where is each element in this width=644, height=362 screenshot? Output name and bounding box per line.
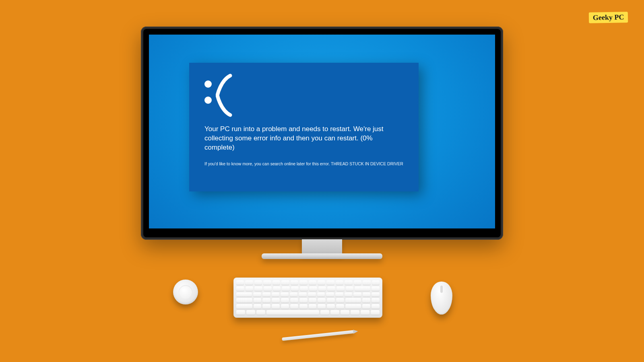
key [290,298,298,303]
watermark-text: Geeky PC [592,13,624,21]
key [246,286,254,291]
bsod-more-info: If you'd like to know more, you can sear… [204,161,403,167]
key [300,286,308,291]
bsod-panel: Your PC run into a problem and needs to … [189,63,419,191]
key [281,298,289,303]
key [363,292,371,297]
keyboard-row [236,292,380,297]
key [361,310,369,315]
key [355,286,370,291]
key [264,286,272,291]
key [341,310,349,315]
key [309,298,317,303]
key [253,292,261,297]
key [272,304,280,309]
key [291,280,298,285]
key [309,286,317,291]
spacebar-key [266,310,320,315]
surface-dial [173,280,198,304]
key [351,310,359,315]
key [308,292,316,297]
key [254,280,262,285]
sad-face-icon [204,73,403,117]
key [326,292,334,297]
sad-face-frown [216,73,234,117]
key [291,286,299,291]
key [318,280,325,285]
key [317,292,325,297]
key [299,292,307,297]
key [299,280,307,285]
key [263,280,271,285]
key [254,304,262,309]
keyboard-row [236,310,380,315]
monitor-bezel: Your PC run into a problem and needs to … [143,29,501,237]
key [372,304,380,309]
key [372,286,380,291]
key [346,286,354,291]
key [363,280,370,285]
key [299,304,308,309]
key [290,304,298,309]
key [353,292,361,297]
key [372,280,380,285]
key [345,280,352,285]
eye-dot [204,97,212,104]
key [272,292,280,297]
key [254,298,262,303]
key [318,304,326,309]
key [236,292,252,297]
key [362,298,370,303]
key [371,310,380,315]
key [327,304,335,309]
key [336,298,344,303]
bsod-message: Your PC run into a problem and needs to … [204,125,398,152]
keyboard-row [236,286,380,291]
key [320,310,329,315]
key [345,298,361,303]
key [335,292,343,297]
key [372,298,380,303]
key [236,298,252,303]
key [236,310,245,315]
keyboard-row [236,280,380,285]
key [336,304,344,309]
key [330,310,339,315]
key [236,280,244,285]
key [236,286,244,291]
key [272,280,280,285]
key [327,286,335,291]
key [354,280,361,285]
key [299,298,308,303]
monitor-stand-neck [302,239,342,255]
monitor-stand-base [262,253,382,259]
key [281,304,289,309]
key [262,298,270,303]
key [256,310,265,315]
key [326,280,334,285]
keyboard-row [236,298,380,303]
key [245,280,253,285]
key [236,304,252,309]
key [246,310,255,315]
key [318,298,326,303]
key [273,286,281,291]
key [345,304,361,309]
key [282,286,290,291]
keyboard-row [236,304,380,309]
key [309,280,316,285]
key [281,292,289,297]
eye-dot [204,80,212,88]
key [254,286,262,291]
stylus-pen [282,330,354,341]
key [372,292,380,297]
mouse [431,282,452,315]
watermark-badge: Geeky PC [588,12,628,23]
key [262,304,270,309]
key [272,298,280,303]
key [290,292,298,297]
sad-face-eyes [204,80,212,104]
key [318,286,326,291]
key [281,280,289,285]
key [336,286,345,291]
